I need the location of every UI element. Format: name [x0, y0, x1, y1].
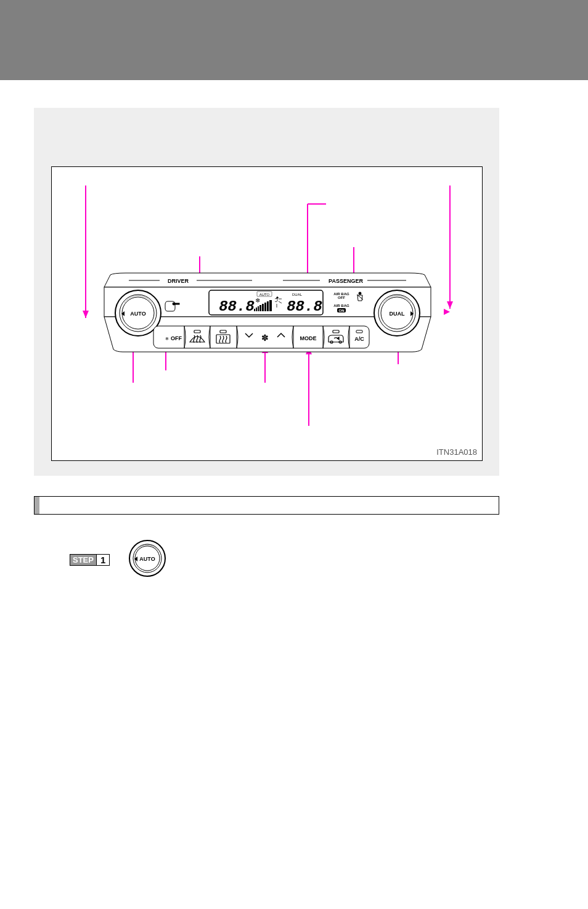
- lcd-display: 88.8 AUTO ❄: [209, 290, 323, 315]
- snowflake-icon: ❄: [165, 336, 169, 341]
- step-badge: STEP 1: [70, 554, 110, 566]
- svg-rect-47: [269, 300, 272, 311]
- svg-rect-54: [175, 303, 179, 304]
- diagram-frame: DRIVER PASSENGER AUTO: [51, 166, 483, 461]
- svg-rect-45: [264, 303, 266, 311]
- svg-text:A/C: A/C: [354, 336, 364, 342]
- climate-panel-body: DRIVER PASSENGER AUTO: [104, 273, 431, 352]
- button-row: ❄ OFF: [153, 326, 369, 348]
- svg-marker-24: [444, 309, 450, 315]
- fan-icon: ✽: [261, 333, 269, 343]
- svg-text:AUTO: AUTO: [140, 556, 155, 562]
- svg-text:AIR BAG: AIR BAG: [333, 304, 349, 308]
- svg-rect-46: [267, 301, 269, 311]
- svg-text:ON: ON: [339, 309, 345, 312]
- mode-button-label: MODE: [300, 335, 317, 341]
- svg-rect-40: [254, 309, 255, 311]
- step-label: STEP: [70, 555, 96, 565]
- off-button-label: OFF: [171, 335, 182, 341]
- svg-point-60: [359, 292, 361, 295]
- passenger-label: PASSENGER: [329, 278, 363, 284]
- step-number: 1: [96, 555, 109, 565]
- svg-marker-12: [83, 311, 89, 318]
- svg-text:❄: ❄: [255, 297, 260, 304]
- svg-rect-41: [256, 308, 257, 311]
- passenger-temp-knob: DUAL: [374, 290, 420, 336]
- lcd-right-temp: 88.8: [287, 298, 322, 315]
- svg-rect-43: [259, 305, 261, 311]
- svg-rect-44: [262, 304, 264, 311]
- header-band: [0, 0, 588, 80]
- svg-point-53: [173, 303, 175, 305]
- svg-rect-42: [258, 306, 259, 311]
- svg-point-49: [277, 297, 279, 299]
- lcd-dual: DUAL: [292, 293, 303, 296]
- lcd-left-temp: 88.8: [219, 298, 255, 315]
- svg-marker-17: [447, 301, 453, 309]
- dual-knob-label: DUAL: [390, 311, 405, 317]
- auto-knob-label: AUTO: [130, 311, 145, 317]
- svg-text:OFF: OFF: [338, 296, 345, 300]
- step-auto-knob-illustration: AUTO: [128, 539, 166, 580]
- step-row: STEP 1 AUTO: [34, 539, 166, 580]
- lcd-auto: AUTO: [259, 293, 270, 296]
- section-bar: [34, 496, 499, 515]
- diagram-panel: DRIVER PASSENGER AUTO: [34, 108, 499, 476]
- climate-panel-illustration: DRIVER PASSENGER AUTO: [52, 167, 483, 462]
- diagram-code: ITN31A018: [436, 447, 477, 457]
- driver-label: DRIVER: [168, 278, 189, 284]
